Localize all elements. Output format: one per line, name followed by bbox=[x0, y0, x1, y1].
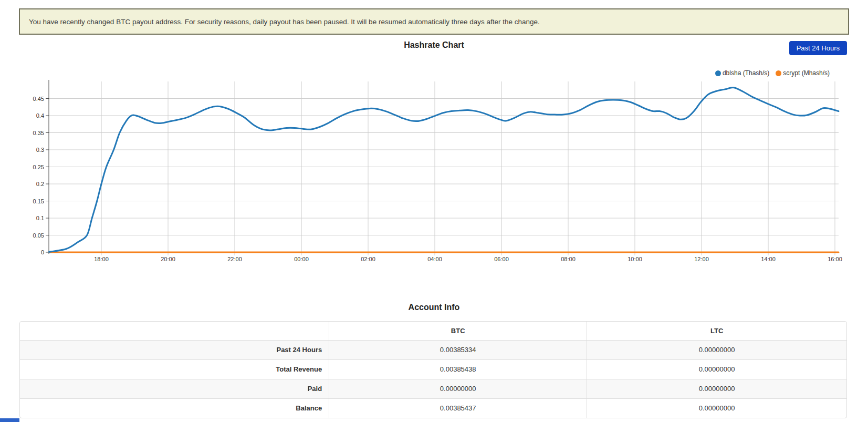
paid-btc-value: 0.00000000 bbox=[329, 379, 587, 398]
total-revenue-ltc-value: 0.00000000 bbox=[587, 359, 846, 379]
balance-btc-value: 0.00385437 bbox=[329, 398, 587, 418]
svg-text:02:00: 02:00 bbox=[361, 256, 375, 262]
svg-text:0.4: 0.4 bbox=[36, 112, 44, 119]
paid-ltc-value: 0.00000000 bbox=[587, 379, 846, 398]
footer-blue-strip bbox=[0, 418, 19, 422]
svg-text:0.45: 0.45 bbox=[33, 96, 44, 102]
legend-label-dblsha: dblsha (Thash/s) bbox=[723, 69, 769, 77]
svg-text:08:00: 08:00 bbox=[561, 256, 576, 262]
svg-text:0.25: 0.25 bbox=[33, 164, 44, 170]
svg-text:12:00: 12:00 bbox=[694, 256, 709, 262]
svg-text:20:00: 20:00 bbox=[161, 256, 175, 262]
past-24-hours-btc-value: 0.00385334 bbox=[329, 340, 587, 359]
row-label-paid: Paid bbox=[20, 379, 329, 398]
svg-text:0.15: 0.15 bbox=[33, 198, 44, 204]
svg-text:06:00: 06:00 bbox=[494, 256, 509, 262]
svg-text:0.1: 0.1 bbox=[36, 215, 44, 221]
svg-text:00:00: 00:00 bbox=[294, 256, 309, 262]
svg-text:10:00: 10:00 bbox=[628, 256, 642, 262]
table-row: Total Revenue 0.00385438 0.00000000 bbox=[20, 359, 846, 379]
legend-label-scrypt: scrypt (Mhash/s) bbox=[783, 69, 830, 77]
row-label-balance: Balance bbox=[20, 398, 329, 418]
svg-text:0.3: 0.3 bbox=[36, 147, 44, 153]
table-header-row: BTC LTC bbox=[20, 322, 846, 340]
dblsha-series-dot-icon bbox=[715, 70, 721, 76]
svg-text:16:00: 16:00 bbox=[828, 256, 842, 262]
row-label-total-revenue: Total Revenue bbox=[20, 359, 329, 379]
table-row: Past 24 Hours 0.00385334 0.00000000 bbox=[20, 340, 846, 359]
scrypt-series-dot-icon bbox=[776, 70, 781, 76]
svg-text:04:00: 04:00 bbox=[427, 256, 442, 262]
series-line-dblsha bbox=[49, 88, 839, 252]
account-info-table: BTC LTC Past 24 Hours 0.00385334 0.00000… bbox=[19, 321, 847, 418]
past-24-hours-ltc-value: 0.00000000 bbox=[587, 340, 846, 359]
svg-text:0.05: 0.05 bbox=[33, 232, 44, 239]
balance-ltc-value: 0.00000000 bbox=[587, 398, 846, 418]
account-info-title: Account Info bbox=[0, 303, 868, 312]
table-row: Paid 0.00000000 0.00000000 bbox=[20, 379, 846, 398]
header-btc: BTC bbox=[329, 322, 587, 340]
header-empty bbox=[20, 322, 329, 340]
chart-legend: dblsha (Thash/s) scrypt (Mhash/s) bbox=[715, 69, 830, 77]
svg-text:0.35: 0.35 bbox=[33, 130, 44, 136]
row-label-past-24-hours: Past 24 Hours bbox=[20, 340, 329, 359]
svg-text:0.2: 0.2 bbox=[36, 181, 44, 187]
table-row: Balance 0.00385437 0.00000000 bbox=[20, 398, 846, 418]
legend-item-dblsha[interactable]: dblsha (Thash/s) bbox=[715, 69, 769, 77]
svg-text:22:00: 22:00 bbox=[227, 256, 242, 262]
hashrate-chart: 18:0020:0022:0000:0002:0004:0006:0008:00… bbox=[0, 0, 868, 268]
header-ltc: LTC bbox=[587, 322, 846, 340]
svg-text:14:00: 14:00 bbox=[761, 256, 776, 262]
svg-text:18:00: 18:00 bbox=[94, 256, 109, 262]
svg-text:0: 0 bbox=[41, 249, 44, 255]
legend-item-scrypt[interactable]: scrypt (Mhash/s) bbox=[776, 69, 830, 77]
total-revenue-btc-value: 0.00385438 bbox=[329, 359, 587, 379]
